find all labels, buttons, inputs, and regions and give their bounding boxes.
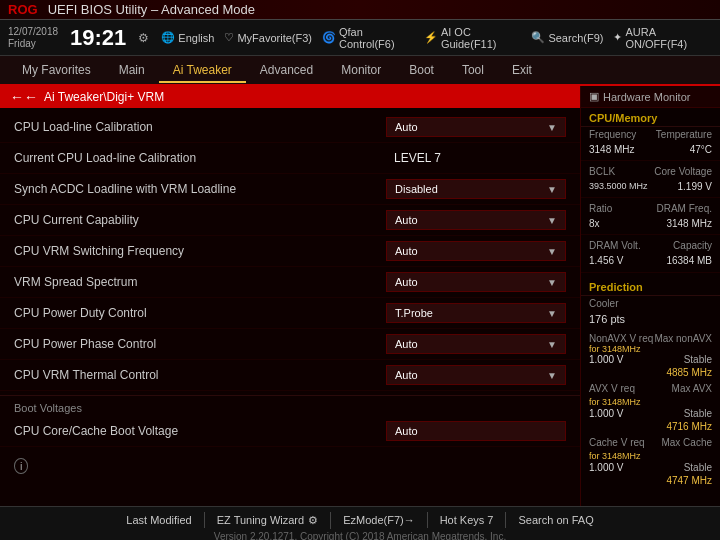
setting-dropdown[interactable]: T.Probe ▼ <box>386 303 566 323</box>
rog-logo: ROG <box>8 2 38 17</box>
setting-static-value: LEVEL 7 <box>386 148 566 168</box>
footer-buttons: Last Modified EZ Tuning Wizard ⚙ EzMode(… <box>0 510 720 531</box>
tab-advanced[interactable]: Advanced <box>246 59 327 83</box>
date-display: 12/07/2018Friday <box>8 26 58 50</box>
tuning-icon: ⚙ <box>308 514 318 527</box>
hw-row-ratio-vals: 8x 3148 MHz <box>581 216 720 231</box>
last-modified-button[interactable]: Last Modified <box>114 512 204 528</box>
datetime-block: 12/07/2018Friday <box>8 26 58 50</box>
tab-exit[interactable]: Exit <box>498 59 546 83</box>
hw-row-frequency: Frequency Temperature <box>581 127 720 142</box>
setting-cpu-core-cache-boot-voltage[interactable]: CPU Core/Cache Boot Voltage Auto <box>0 416 580 447</box>
tab-main[interactable]: Main <box>105 59 159 83</box>
setting-dropdown[interactable]: Auto ▼ <box>386 334 566 354</box>
time-display: 19:21 <box>70 27 126 49</box>
app-title: UEFI BIOS Utility – Advanced Mode <box>48 2 712 17</box>
setting-dropdown[interactable]: Disabled ▼ <box>386 179 566 199</box>
setting-cpu-power-phase-control[interactable]: CPU Power Phase Control Auto ▼ <box>0 329 580 360</box>
monitor-icon: ▣ <box>589 90 599 103</box>
setting-label: CPU VRM Switching Frequency <box>14 244 386 258</box>
footer: Last Modified EZ Tuning Wizard ⚙ EzMode(… <box>0 506 720 540</box>
dropdown-arrow-icon: ▼ <box>547 184 557 195</box>
cooler-label: Cooler <box>581 296 720 311</box>
content-area: ← Ai Tweaker\Digi+ VRM CPU Load-line Cal… <box>0 86 580 506</box>
breadcrumb: ← Ai Tweaker\Digi+ VRM <box>0 86 580 108</box>
info-bar: 12/07/2018Friday 19:21 ⚙ 🌐 English ♡ MyF… <box>0 20 720 56</box>
setting-vrm-spread-spectrum[interactable]: VRM Spread Spectrum Auto ▼ <box>0 267 580 298</box>
aura-button[interactable]: ✦ AURA ON/OFF(F4) <box>613 26 712 50</box>
gear-icon[interactable]: ⚙ <box>138 31 149 45</box>
setting-dropdown[interactable]: Auto ▼ <box>386 272 566 292</box>
setting-cpu-vrm-switching-freq[interactable]: CPU VRM Switching Frequency Auto ▼ <box>0 236 580 267</box>
hw-row-bclk-vals: 393.5000 MHz 1.199 V <box>581 179 720 194</box>
dropdown-arrow-icon: ▼ <box>547 122 557 133</box>
tab-ai-tweaker[interactable]: Ai Tweaker <box>159 59 246 83</box>
info-icons-bar: 🌐 English ♡ MyFavorite(F3) 🌀 Qfan Contro… <box>161 26 712 50</box>
ez-mode-button[interactable]: EzMode(F7)→ <box>331 512 428 528</box>
hw-row-ratio-label: Ratio DRAM Freq. <box>581 201 720 216</box>
setting-cpu-load-line[interactable]: CPU Load-line Calibration Auto ▼ <box>0 112 580 143</box>
nav-bar: My Favorites Main Ai Tweaker Advanced Mo… <box>0 56 720 86</box>
dropdown-arrow-icon: ▼ <box>547 339 557 350</box>
setting-label: CPU Power Phase Control <box>14 337 386 351</box>
qfan-button[interactable]: 🌀 Qfan Control(F6) <box>322 26 414 50</box>
setting-cpu-vrm-thermal-control[interactable]: CPU VRM Thermal Control Auto ▼ <box>0 360 580 391</box>
boot-voltages-section-label: Boot Voltages <box>0 395 580 416</box>
info-icon[interactable]: i <box>0 451 580 479</box>
setting-label: CPU Load-line Calibration <box>14 120 386 134</box>
dropdown-arrow-icon: ▼ <box>547 215 557 226</box>
setting-synch-acdc[interactable]: Synch ACDC Loadline with VRM Loadline Di… <box>0 174 580 205</box>
setting-label: Current CPU Load-line Calibration <box>14 151 386 165</box>
setting-label: CPU Core/Cache Boot Voltage <box>14 424 386 438</box>
setting-dropdown[interactable]: Auto ▼ <box>386 241 566 261</box>
setting-label: VRM Spread Spectrum <box>14 275 386 289</box>
prediction-section-title: Prediction <box>581 277 720 296</box>
pred-row-nonavx: NonAVX V req Max nonAVX for 3148MHz 1.00… <box>589 333 712 379</box>
setting-label: CPU Current Capability <box>14 213 386 227</box>
setting-label: CPU VRM Thermal Control <box>14 368 386 382</box>
pred-row-avx: AVX V req Max AVX for 3148MHz 1.000 V St… <box>589 383 712 433</box>
hw-row-dram-volt-label: DRAM Volt. Capacity <box>581 238 720 253</box>
hot-keys-button[interactable]: Hot Keys 7 <box>428 512 507 528</box>
search-faq-button[interactable]: Search on FAQ <box>506 512 605 528</box>
setting-cpu-current-capability[interactable]: CPU Current Capability Auto ▼ <box>0 205 580 236</box>
hw-row-bclk-label: BCLK Core Voltage <box>581 164 720 179</box>
dropdown-arrow-icon: ▼ <box>547 277 557 288</box>
search-button[interactable]: 🔍 Search(F9) <box>531 31 603 44</box>
hw-row-dram-volt-vals: 1.456 V 16384 MB <box>581 253 720 268</box>
title-bar: ROG UEFI BIOS Utility – Advanced Mode <box>0 0 720 20</box>
tab-boot[interactable]: Boot <box>395 59 448 83</box>
prediction-items: NonAVX V req Max nonAVX for 3148MHz 1.00… <box>581 329 720 495</box>
setting-label: CPU Power Duty Control <box>14 306 386 320</box>
dropdown-arrow-icon: ▼ <box>547 370 557 381</box>
hw-row-freq-vals: 3148 MHz 47°C <box>581 142 720 157</box>
pred-row-cache: Cache V req Max Cache for 3148MHz 1.000 … <box>589 437 712 487</box>
language-button[interactable]: 🌐 English <box>161 31 214 44</box>
myfavorite-button[interactable]: ♡ MyFavorite(F3) <box>224 31 312 44</box>
setting-dropdown[interactable]: Auto <box>386 421 566 441</box>
tab-tool[interactable]: Tool <box>448 59 498 83</box>
hw-monitor-panel: ▣ Hardware Monitor CPU/Memory Frequency … <box>580 86 720 506</box>
setting-dropdown[interactable]: Auto ▼ <box>386 117 566 137</box>
breadcrumb-path: Ai Tweaker\Digi+ VRM <box>44 90 164 104</box>
setting-dropdown[interactable]: Auto ▼ <box>386 210 566 230</box>
setting-dropdown[interactable]: Auto ▼ <box>386 365 566 385</box>
dropdown-arrow-icon: ▼ <box>547 308 557 319</box>
dropdown-arrow-icon: ▼ <box>547 246 557 257</box>
ez-tuning-button[interactable]: EZ Tuning Wizard ⚙ <box>205 512 331 529</box>
main-layout: ← Ai Tweaker\Digi+ VRM CPU Load-line Cal… <box>0 86 720 506</box>
settings-area: CPU Load-line Calibration Auto ▼ Current… <box>0 108 580 451</box>
setting-current-cpu-load-line: Current CPU Load-line Calibration LEVEL … <box>0 143 580 174</box>
aioc-button[interactable]: ⚡ AI OC Guide(F11) <box>424 26 522 50</box>
setting-label: Synch ACDC Loadline with VRM Loadline <box>14 182 386 196</box>
tab-my-favorites[interactable]: My Favorites <box>8 59 105 83</box>
cooler-pts-value: 176 pts <box>581 311 720 329</box>
hw-monitor-title: ▣ Hardware Monitor <box>581 86 720 108</box>
tab-monitor[interactable]: Monitor <box>327 59 395 83</box>
cpu-memory-section-title: CPU/Memory <box>581 108 720 127</box>
setting-cpu-power-duty-control[interactable]: CPU Power Duty Control T.Probe ▼ <box>0 298 580 329</box>
back-button[interactable]: ← <box>10 89 38 105</box>
copyright-text: Version 2.20.1271. Copyright (C) 2018 Am… <box>0 531 720 541</box>
